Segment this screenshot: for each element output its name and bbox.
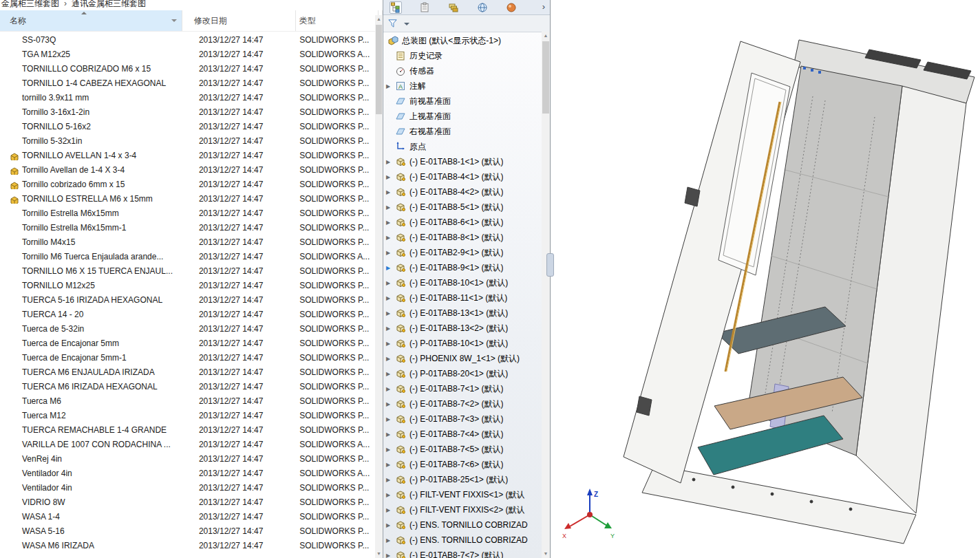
file-row[interactable]: VIDRIO 8W2013/12/27 14:47SOLIDWORKS P...	[0, 495, 375, 509]
explorer-scrollbar[interactable]: ▲ ▼	[375, 15, 383, 558]
file-row[interactable]: TORNILLO M6 X 15 TUERCA ENJAUL...2013/12…	[0, 264, 375, 278]
expand-arrow-icon[interactable]: ▶	[386, 310, 395, 316]
file-row[interactable]: TUERCA 14 - 202013/12/27 14:47SOLIDWORKS…	[0, 307, 375, 321]
file-row[interactable]: Tuerca M62013/12/27 14:47SOLIDWORKS P...	[0, 394, 375, 408]
expand-arrow-icon[interactable]: ▶	[386, 159, 395, 165]
file-row[interactable]: Tornillo cobrizado 6mm x 152013/12/27 14…	[0, 177, 375, 191]
filter-dropdown-icon[interactable]	[404, 23, 409, 25]
tree-item[interactable]: ▶(-) FILT-VENT FIXXIS<2> (默认	[383, 502, 542, 517]
expand-arrow-icon[interactable]: ▶	[386, 522, 395, 528]
tree-item[interactable]: ▶(-) P-01TAB8-10<1> (默认)	[383, 336, 542, 351]
expand-arrow-icon[interactable]: ▶	[386, 431, 395, 438]
tree-item[interactable]: 历史记录	[383, 48, 542, 63]
tree-item[interactable]: 总装图 (默认<显示状态-1>)	[383, 33, 542, 48]
expand-arrow-icon[interactable]: ▶	[386, 204, 395, 211]
expand-arrow-icon[interactable]: ▶	[386, 462, 395, 468]
tree-scrollbar[interactable]: ▲ ▼	[542, 32, 550, 558]
expand-arrow-icon[interactable]: ▶	[386, 552, 395, 558]
filter-funnel-icon[interactable]	[387, 18, 398, 29]
tree-item[interactable]: ▶(-) E-01TAB8-7<1> (默认)	[383, 381, 542, 396]
breadcrumb-item[interactable]: 金属柜三维套图	[1, 0, 59, 8]
file-row[interactable]: TGA M12x252013/12/27 14:47SOLIDWORKS A..…	[0, 47, 375, 61]
cabinet-base[interactable]	[642, 465, 916, 544]
tree-item[interactable]: ▶(-) E-01TAB8-4<2> (默认)	[383, 184, 542, 200]
tree-item[interactable]: ▶(-) E-01TAB8-5<1> (默认)	[383, 200, 542, 215]
file-row[interactable]: VenRej 4in2013/12/27 14:47SOLIDWORKS P..…	[0, 451, 375, 466]
expand-arrow-icon[interactable]: ▶	[386, 174, 395, 180]
file-row[interactable]: TORNILLO 5-16x22013/12/27 14:47SOLIDWORK…	[0, 119, 375, 133]
expand-arrow-icon[interactable]: ▶	[386, 280, 395, 286]
file-row[interactable]: Tuerca M122013/12/27 14:47SOLIDWORKS P..…	[0, 408, 375, 422]
tree-item[interactable]: ▶(-) E-01TAB8-7<2> (默认)	[383, 396, 542, 411]
tree-item[interactable]: ▶(-) E-01TAB8-7<5> (默认)	[383, 442, 542, 457]
expand-arrow-icon[interactable]: ▶	[386, 235, 395, 241]
tree-item[interactable]: ▶(-) ENS. TORNILLO COBRIZAD	[383, 533, 542, 548]
file-row[interactable]: TUERCA M6 IRIZADA HEXAGONAL2013/12/27 14…	[0, 379, 375, 394]
file-row[interactable]: VARILLA DE 1007 CON RODACHINA ...2013/12…	[0, 437, 375, 451]
tree-item[interactable]: 前视基准面	[383, 94, 542, 109]
file-row[interactable]: Tuerca de Encajonar 5mm2013/12/27 14:47S…	[0, 336, 375, 350]
tab-featuremanager-tree[interactable]	[390, 1, 402, 14]
expand-arrow-icon[interactable]: ▶	[386, 477, 395, 483]
scroll-up-icon[interactable]: ▲	[375, 15, 383, 23]
tree-item[interactable]: ▶(-) E-01TAB8-13<2> (默认)	[383, 321, 542, 336]
expand-arrow-icon[interactable]: ▶	[386, 386, 395, 392]
tree-item[interactable]: ▶(-) P-01TAB8-25<1> (默认)	[383, 472, 542, 487]
expand-arrow-icon[interactable]: ▶	[386, 356, 395, 362]
file-row[interactable]: TORNILLO M12x252013/12/27 14:47SOLIDWORK…	[0, 278, 375, 292]
tab-configurationmanager[interactable]	[447, 1, 460, 14]
expand-arrow-icon[interactable]: ▶	[386, 295, 395, 301]
file-row[interactable]: Tornillo M6 Tuerca Enjaulada arande...20…	[0, 249, 375, 264]
expand-arrow-icon[interactable]: ▶	[386, 537, 395, 544]
file-row[interactable]: TORNILLO AVELLAN 1-4 x 3-42013/12/27 14:…	[0, 148, 375, 162]
file-row[interactable]: TORNILLLO COBRIZADO M6 x 152013/12/27 14…	[0, 61, 375, 76]
file-row[interactable]: Tornillo 5-32x1in2013/12/27 14:47SOLIDWO…	[0, 133, 375, 148]
tab-propertymanager[interactable]	[418, 1, 431, 14]
file-row[interactable]: Tuerca de Encajonar 5mm-12013/12/27 14:4…	[0, 350, 375, 365]
file-row[interactable]: Tornillo M4x152013/12/27 14:47SOLIDWORKS…	[0, 235, 375, 249]
file-row[interactable]: TORNILLO ESTRELLA M6 x 15mm2013/12/27 14…	[0, 191, 375, 206]
tree-item[interactable]: 原点	[383, 139, 542, 154]
file-row[interactable]: Tornillo 3-16x1-2in2013/12/27 14:47SOLID…	[0, 105, 375, 119]
file-row[interactable]: WASA M6 IRIZADA2013/12/27 14:47SOLIDWORK…	[0, 538, 375, 552]
expand-arrow-icon[interactable]: ▶	[386, 341, 395, 347]
file-row[interactable]: WASA 5-162013/12/27 14:47SOLIDWORKS P...	[0, 524, 375, 538]
tree-item[interactable]: 上视基准面	[383, 109, 542, 124]
file-row[interactable]: Tornillo Estrella M6x15mm2013/12/27 14:4…	[0, 206, 375, 220]
scroll-down-icon[interactable]: ▼	[542, 550, 550, 558]
expand-arrow-icon[interactable]: ▶	[386, 492, 395, 498]
tree-item[interactable]: ▶(-) E-01TAB8-9<1> (默认)	[383, 260, 542, 275]
expand-arrow-icon[interactable]: ▶	[386, 507, 395, 513]
tabs-overflow-chevron[interactable]: ›	[542, 1, 545, 12]
breadcrumb-item[interactable]: 通讯金属柜三维套图	[72, 0, 146, 8]
column-header-name[interactable]: 名称	[0, 10, 182, 31]
tree-item[interactable]: ▶(-) E-01TAB8-1<1> (默认)	[383, 154, 542, 169]
tree-item[interactable]: ▶(-) E-01TAB8-11<1> (默认)	[383, 290, 542, 305]
tree-item[interactable]: ▶(-) E-01TAB8-8<1> (默认)	[383, 230, 542, 245]
panel-splitter[interactable]	[546, 253, 554, 277]
expand-arrow-icon[interactable]: ▶	[386, 83, 395, 89]
tab-displaymanager[interactable]	[505, 1, 518, 14]
tab-dimxpertmanager[interactable]	[476, 1, 489, 14]
expand-arrow-icon[interactable]: ▶	[386, 219, 395, 226]
expand-arrow-icon[interactable]: ▶	[386, 447, 395, 453]
scroll-down-icon[interactable]: ▼	[375, 550, 383, 558]
door-hinge[interactable]	[685, 187, 700, 206]
tree-item[interactable]: ▶(-) E-01TAB8-7<3> (默认)	[383, 411, 542, 427]
file-row[interactable]: Tornillo Estrella M6x15mm-12013/12/27 14…	[0, 220, 375, 235]
tree-item[interactable]: ▶(-) E-01TAB8-4<1> (默认)	[383, 169, 542, 184]
file-row[interactable]: tornillo 3.9x11 mm2013/12/27 14:47SOLIDW…	[0, 90, 375, 105]
scroll-up-icon[interactable]: ▲	[542, 32, 550, 40]
file-row[interactable]: WASA 1-42013/12/27 14:47SOLIDWORKS P...	[0, 509, 375, 524]
file-row[interactable]: SS-073Q2013/12/27 14:47SOLIDWORKS P...	[0, 32, 375, 47]
expand-arrow-icon[interactable]: ▶	[386, 401, 395, 407]
column-filter-icon[interactable]	[171, 19, 177, 22]
cabinet-model[interactable]	[551, 0, 980, 558]
tree-item[interactable]: ▶(-) E-01TAB8-10<1> (默认)	[383, 275, 542, 290]
file-row[interactable]: Ventilador 4in2013/12/27 14:47SOLIDWORKS…	[0, 466, 375, 480]
file-row[interactable]: Tornillo Avellan de 1-4 X 3-42013/12/27 …	[0, 162, 375, 177]
tree-item[interactable]: ▶(-) ENS. TORNILLO COBRIZAD	[383, 517, 542, 533]
tree-item[interactable]: ▶(-) E-01TAB8-7<7> (默认)	[383, 548, 542, 558]
file-row[interactable]: TUERCA 5-16 IRIZADA HEXAGONAL2013/12/27 …	[0, 292, 375, 307]
file-row[interactable]: TUERCA M6 ENJAULADA IRIZADA2013/12/27 14…	[0, 365, 375, 379]
